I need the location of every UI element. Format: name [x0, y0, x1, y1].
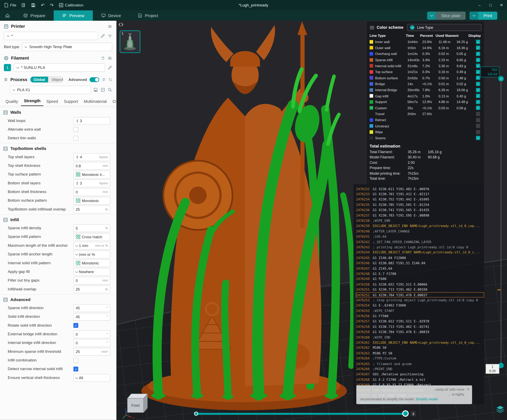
- display-checkbox[interactable]: ✓: [476, 64, 480, 68]
- pages-icon[interactable]: [21, 3, 26, 7]
- display-checkbox[interactable]: ✓: [476, 88, 480, 92]
- tab-prepare[interactable]: Prepare: [15, 10, 54, 21]
- gcode-line[interactable]: 2476258G1 X230.713 Y191.462 E-.03741: [356, 324, 484, 329]
- gcode-line[interactable]: 2476264;TYPE:Custom: [356, 356, 484, 361]
- display-checkbox[interactable]: [476, 118, 480, 122]
- display-checkbox[interactable]: ✓: [476, 106, 480, 110]
- process-preset-select[interactable]: PLA X1: [10, 86, 91, 94]
- gcode-line[interactable]: 2476238;WIPE_END: [356, 218, 484, 223]
- checkbox[interactable]: ✓: [73, 367, 78, 371]
- gcode-line[interactable]: 2476250G1 X230.652 Y191.511 E.00066: [356, 281, 484, 287]
- display-checkbox[interactable]: ✓: [476, 70, 480, 74]
- gcode-line[interactable]: 2476257G1 X230.652 Y191.511 E-.02978: [356, 319, 484, 324]
- print-label[interactable]: Print: [478, 12, 497, 20]
- move-slider-start-handle[interactable]: [194, 412, 198, 416]
- save-icon[interactable]: [31, 3, 36, 7]
- close-button[interactable]: ✕: [496, 0, 507, 10]
- pattern-control[interactable]: Monotonic: [73, 259, 110, 267]
- display-checkbox[interactable]: ✓: [476, 94, 480, 98]
- input-control[interactable]: 0°: [73, 330, 110, 338]
- tab-speed[interactable]: Speed: [43, 99, 61, 106]
- pattern-control[interactable]: Monotonic: [73, 197, 110, 205]
- gcode-line[interactable]: 2476242;_SET_FAN_SPEED_CHANGING_LAYER: [356, 239, 484, 245]
- select-control[interactable]: (mm or %: [73, 250, 110, 258]
- scope-global[interactable]: Global: [30, 77, 48, 83]
- edit-printer-icon[interactable]: [101, 34, 105, 38]
- view-cube[interactable]: Front z x y: [122, 387, 151, 420]
- input-control[interactable]: 45°: [73, 313, 110, 321]
- gcode-line[interactable]: 2476234G1 X230.752 Y191.442 E-.01095: [356, 197, 484, 202]
- gcode-line[interactable]: 2476235G1 X230.785 Y191.501 E-.01254: [356, 202, 484, 207]
- input-control[interactable]: 0mm: [73, 277, 110, 284]
- param-list-icon[interactable]: [102, 77, 106, 82]
- filament-slot-badge[interactable]: 1: [4, 64, 11, 71]
- move-slider-track[interactable]: [196, 413, 408, 415]
- gcode-line[interactable]: 2476256G1 F7500: [356, 313, 484, 319]
- input-control[interactable]: 5%: [73, 224, 110, 232]
- gcode-line[interactable]: 2476251G1 X230.713 Y191.462 E.00169: [356, 287, 484, 292]
- gcode-line[interactable]: 2476262M106 S0: [356, 345, 484, 350]
- wifi-icon[interactable]: [108, 34, 112, 38]
- minimize-button[interactable]: –: [474, 0, 485, 10]
- spin-control[interactable]: 4layers: [73, 153, 110, 161]
- gcode-line[interactable]: 2476265; filament end gcode: [356, 361, 484, 366]
- display-checkbox[interactable]: ✓: [476, 136, 480, 140]
- tab-quality[interactable]: Quality: [3, 99, 21, 106]
- select-control[interactable]: Nowhere: [73, 268, 110, 276]
- redo-icon[interactable]: ↷: [50, 3, 54, 8]
- tab-oth[interactable]: Oth...: [110, 99, 117, 106]
- gcode-line[interactable]: 2476236G1 X230.741 Y191.565 E-.01435: [356, 208, 484, 213]
- plate-thumbnail[interactable]: 1: [120, 30, 140, 53]
- collapse-panel-icon[interactable]: [118, 22, 124, 29]
- gcode-line[interactable]: 2476245G1 Z146.04 F12000: [356, 255, 484, 260]
- display-checkbox[interactable]: ✓: [476, 40, 480, 44]
- spinner-arrows[interactable]: [76, 119, 78, 122]
- input-control[interactable]: 45°: [73, 304, 110, 312]
- gcode-line[interactable]: 2476233G1 X230.701 Y191.412 E-.02117: [356, 192, 484, 197]
- printer-settings-icon[interactable]: [108, 24, 112, 28]
- gcode-line[interactable]: 2476247G1 Z145.64: [356, 266, 484, 271]
- filament-sync-icon[interactable]: [101, 56, 105, 60]
- select-control[interactable]: All: [73, 374, 110, 382]
- display-checkbox[interactable]: [476, 124, 480, 128]
- printer-preset-select[interactable]: *: [4, 32, 98, 40]
- gcode-line[interactable]: 2476246G1 X230.682 Y191.51 Z146.04: [356, 260, 484, 266]
- bed-type-select[interactable]: Smooth High Temp Plate: [22, 43, 112, 51]
- spinner-arrows[interactable]: [76, 155, 78, 159]
- layer-slider-top-handle[interactable]: +: [498, 76, 504, 82]
- tooltip-close-icon[interactable]: ✕: [466, 387, 470, 392]
- gcode-line[interactable]: 2476252G1 X230.704 Y191.476 E.00037: [356, 292, 484, 297]
- gcode-line[interactable]: 2476253; stop printing object Lugh_print…: [356, 297, 484, 303]
- advanced-toggle[interactable]: [90, 77, 99, 82]
- gcode-line[interactable]: 2476260;WIPE_END: [356, 335, 484, 340]
- slice-dropdown-chevron[interactable]: [427, 12, 436, 20]
- gcode-line[interactable]: 2476241;145.64: [356, 234, 484, 239]
- delete-preset-icon[interactable]: [101, 88, 105, 92]
- gcode-line[interactable]: 2476237G1 X230.703 Y191.595 E-.00898: [356, 213, 484, 218]
- spin-control[interactable]: 3layers: [73, 179, 110, 187]
- filament-settings-icon[interactable]: [108, 56, 112, 60]
- process-scope-toggle[interactable]: Global Objects: [30, 76, 63, 83]
- scope-objects[interactable]: Objects: [48, 77, 63, 83]
- select-control[interactable]: 1 mmmm or %: [73, 242, 110, 250]
- display-checkbox[interactable]: ✓: [476, 46, 480, 50]
- checkbox[interactable]: ✓: [73, 323, 78, 328]
- tab-strength[interactable]: Strength: [21, 99, 43, 106]
- input-control[interactable]: 0mm: [73, 188, 110, 196]
- compare-icon[interactable]: [108, 77, 112, 82]
- checkbox[interactable]: [73, 127, 78, 132]
- simplify-model-link[interactable]: Simplify model: [416, 397, 438, 401]
- gcode-line[interactable]: 2476267G91 ;Relative positionning: [356, 372, 484, 377]
- layers-view-icon[interactable]: [496, 405, 504, 414]
- tab-project[interactable]: Project: [129, 10, 166, 21]
- display-checkbox[interactable]: ✓: [476, 82, 480, 86]
- pattern-control[interactable]: Monotonic li...: [73, 170, 110, 178]
- undo-icon[interactable]: ↶: [41, 3, 45, 8]
- filament-preset-select[interactable]: * SUNLU PLA: [14, 63, 105, 72]
- gcode-line[interactable]: 2476232G1 X230.611 Y191.482 E-.00976: [356, 186, 484, 191]
- gcode-line[interactable]: 2476240;AFTER_LAYER_CHANGE: [356, 229, 484, 234]
- input-control[interactable]: 25mm²: [73, 348, 110, 356]
- save-preset-icon[interactable]: [93, 88, 98, 92]
- display-checkbox[interactable]: ✓: [476, 58, 480, 62]
- gcode-line[interactable]: 2476239EXCLUDE_OBJECT_END NAME=Lugh_prin…: [356, 223, 484, 229]
